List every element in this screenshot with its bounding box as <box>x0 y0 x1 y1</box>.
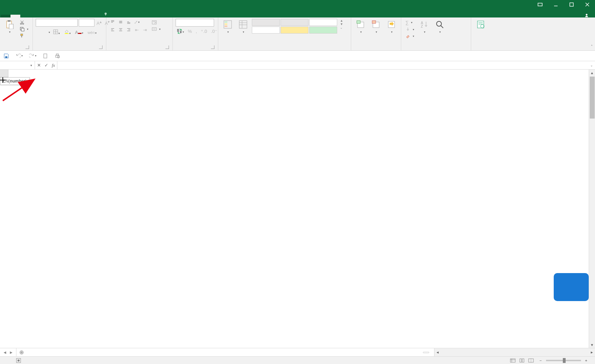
print-preview-button[interactable] <box>55 53 60 59</box>
invoice-verify-button[interactable] <box>474 19 487 30</box>
format-cells-button[interactable]: ▾ <box>385 19 398 34</box>
align-bottom-button[interactable] <box>125 19 132 25</box>
scroll-up-button[interactable]: ▲ <box>589 70 595 76</box>
macro-record-icon[interactable] <box>16 358 21 363</box>
increase-font-button[interactable]: A▴ <box>95 19 103 27</box>
gallery-down-icon[interactable]: ▼ <box>340 22 343 26</box>
zoom-out-button[interactable]: − <box>539 358 541 363</box>
underline-button[interactable] <box>44 32 46 33</box>
sort-filter-button[interactable]: AZ▾ <box>418 19 431 34</box>
dialog-launcher-icon[interactable] <box>26 45 29 49</box>
tab-formulas[interactable] <box>40 15 50 17</box>
increase-indent-button[interactable]: ⇥ <box>141 27 148 33</box>
expand-formula-bar-button[interactable]: ⌄ <box>588 61 595 69</box>
new-file-button[interactable] <box>43 53 48 59</box>
number-format-selector[interactable] <box>176 19 214 27</box>
tell-me-search[interactable] <box>99 10 114 17</box>
page-layout-view-button[interactable] <box>518 357 526 364</box>
align-right-button[interactable] <box>125 27 132 33</box>
sheet-nav-prev-icon[interactable]: ◄ <box>3 350 7 355</box>
vertical-scrollbar[interactable]: ▲ ▼ <box>589 70 595 348</box>
format-as-table-button[interactable]: ▾ <box>236 19 250 34</box>
hscroll-right-button[interactable]: ► <box>589 348 595 356</box>
add-sheet-button[interactable]: ⊕ <box>16 348 27 356</box>
tab-page-layout[interactable] <box>30 15 40 17</box>
cancel-formula-button[interactable]: ✕ <box>37 63 41 68</box>
gallery-more-icon[interactable]: ⌄ <box>340 26 343 29</box>
gallery-up-icon[interactable]: ▲ <box>340 19 343 22</box>
tab-pdf-tools[interactable] <box>89 15 99 17</box>
align-middle-button[interactable] <box>117 19 124 25</box>
dialog-launcher-icon[interactable] <box>165 45 169 49</box>
increase-decimal-button[interactable]: ⁺.0 <box>200 28 208 35</box>
minimize-button[interactable] <box>548 0 564 9</box>
delete-cells-button[interactable]: ▾ <box>369 19 383 34</box>
sheet-nav-next-icon[interactable]: ► <box>9 350 13 355</box>
align-left-button[interactable] <box>109 27 116 33</box>
undo-button[interactable]: ▾ <box>15 53 23 59</box>
font-name-selector[interactable] <box>36 19 78 27</box>
bold-button[interactable] <box>36 32 38 33</box>
merge-center-button[interactable]: ▾ <box>150 26 162 32</box>
zoom-handle[interactable] <box>563 358 566 363</box>
hscroll-left-button[interactable]: ◄ <box>434 348 441 356</box>
currency-button[interactable]: 💱▾ <box>176 28 185 35</box>
phonetic-button[interactable]: wén▾ <box>86 29 97 36</box>
zoom-in-button[interactable]: + <box>585 358 587 363</box>
cut-button[interactable] <box>18 20 30 25</box>
fill-color-button[interactable]: ▾ <box>63 29 72 36</box>
fill-button[interactable]: ▾ <box>404 27 416 32</box>
decrease-indent-button[interactable]: ⇤ <box>133 27 140 33</box>
style-bad-sheet4[interactable] <box>252 19 280 26</box>
collapse-ribbon-button[interactable]: ˄ <box>591 44 593 49</box>
save-button[interactable] <box>3 53 9 59</box>
scroll-thumb[interactable] <box>590 77 595 119</box>
select-all-corner[interactable] <box>0 70 8 77</box>
name-box-dropdown[interactable]: ▾ <box>28 64 34 67</box>
style-good[interactable] <box>309 27 337 34</box>
paste-button[interactable]: ▾ <box>3 19 16 34</box>
ribbon-options-button[interactable] <box>532 0 548 9</box>
ime-indicator[interactable] <box>423 352 429 353</box>
tab-insert[interactable] <box>20 15 30 17</box>
formula-input[interactable] <box>57 61 588 69</box>
find-select-button[interactable]: ▾ <box>433 19 446 34</box>
font-color-button[interactable]: A▾ <box>74 29 84 36</box>
align-center-button[interactable] <box>117 27 124 33</box>
insert-function-button[interactable]: fx <box>52 63 55 68</box>
copy-button[interactable]: ▾ <box>18 26 30 32</box>
align-top-button[interactable] <box>109 19 116 25</box>
style-thousand[interactable] <box>309 19 337 26</box>
zoom-slider[interactable] <box>546 360 581 361</box>
horizontal-scrollbar[interactable]: ◄ ► <box>434 348 595 356</box>
dialog-launcher-icon[interactable] <box>99 45 102 49</box>
dialog-launcher-icon[interactable] <box>211 45 214 49</box>
normal-view-button[interactable] <box>509 357 517 364</box>
style-good-sheet4[interactable] <box>281 19 309 26</box>
insert-cells-button[interactable]: ▾ <box>354 19 367 34</box>
tab-view[interactable] <box>69 15 79 17</box>
tab-file[interactable] <box>1 15 10 17</box>
page-break-view-button[interactable] <box>527 357 535 364</box>
comma-button[interactable]: , <box>195 28 198 35</box>
percent-button[interactable]: % <box>187 28 193 35</box>
clear-button[interactable]: ▾ <box>404 33 416 39</box>
enter-formula-button[interactable]: ✓ <box>44 63 48 68</box>
tab-developer[interactable] <box>79 15 89 17</box>
name-box[interactable]: ▾ <box>0 61 35 69</box>
conditional-formatting-button[interactable]: ▾ <box>221 19 234 34</box>
orientation-button[interactable]: ⤢▾ <box>133 19 140 25</box>
borders-button[interactable]: ▾ <box>52 29 61 36</box>
font-size-selector[interactable] <box>79 19 94 27</box>
maximize-button[interactable] <box>564 0 579 9</box>
cell-styles-gallery[interactable] <box>252 19 337 34</box>
style-bad[interactable] <box>281 27 309 34</box>
share-button[interactable] <box>585 13 590 17</box>
close-button[interactable] <box>579 0 595 9</box>
redo-button[interactable]: ▾ <box>29 53 36 59</box>
tab-home[interactable] <box>10 15 20 17</box>
tab-data[interactable] <box>50 15 59 17</box>
scroll-down-button[interactable]: ▼ <box>589 342 595 348</box>
italic-button[interactable] <box>40 32 42 33</box>
name-box-input[interactable] <box>0 62 28 69</box>
